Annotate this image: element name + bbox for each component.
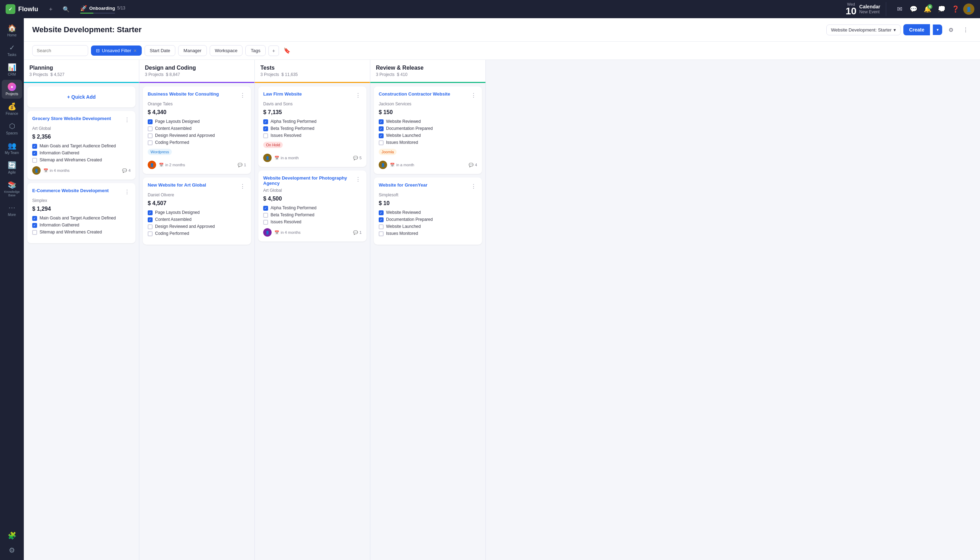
card-photography-menu-icon[interactable]: ⋮ xyxy=(355,175,362,183)
task-checkbox[interactable]: ✓ xyxy=(32,216,37,221)
sidebar-item-finance[interactable]: 💰 Finance xyxy=(2,99,22,118)
task-checkbox[interactable]: ✓ xyxy=(148,210,153,215)
sidebar-item-projects[interactable]: ● Projects xyxy=(2,80,22,99)
filter-clear-icon[interactable]: ✕ xyxy=(133,48,137,53)
card-lawfirm-menu-icon[interactable]: ⋮ xyxy=(355,92,362,99)
card-greenyear-tasks: ✓ Website Reviewed ✓ Documentation Prepa… xyxy=(379,210,477,236)
app-logo[interactable]: ✓ Flowlu xyxy=(6,4,38,14)
task-checkbox[interactable] xyxy=(263,133,268,138)
task-checkbox[interactable] xyxy=(379,140,383,145)
task-checkbox[interactable]: ✓ xyxy=(263,127,268,131)
create-button[interactable]: Create xyxy=(903,24,930,35)
filter-start-date[interactable]: Start Date xyxy=(145,45,176,56)
task-checkbox[interactable]: ✓ xyxy=(148,217,153,222)
calendar-widget[interactable]: Wed 10 Calendar New Event xyxy=(846,2,886,16)
task-checkbox[interactable]: ✓ xyxy=(148,119,153,124)
add-filter-button[interactable]: + xyxy=(268,45,279,56)
quick-add-button[interactable]: + Quick Add xyxy=(64,92,99,103)
task-checkbox[interactable]: ✓ xyxy=(379,127,383,131)
filter-workspace[interactable]: Workspace xyxy=(210,45,243,56)
sidebar-item-more[interactable]: ⋯ More xyxy=(2,200,22,220)
calendar-sub: New Event xyxy=(859,10,880,14)
card-photography-company: Art Global xyxy=(263,188,362,193)
create-dropdown-button[interactable]: ▾ xyxy=(933,25,942,35)
task-checkbox[interactable] xyxy=(32,230,37,235)
column-tests-meta: 3 Projects $ 11,635 xyxy=(260,72,298,77)
search-input[interactable] xyxy=(32,45,88,56)
sidebar-item-tasks[interactable]: ✓ Tasks xyxy=(2,41,22,60)
card-greenyear-amount: $ 10 xyxy=(379,200,477,207)
calendar-icon: 📅 xyxy=(274,156,279,160)
card-footer-left: 👤 📅 in 4 months xyxy=(263,228,301,237)
sidebar-item-knowledge[interactable]: 📚 Knowledge Base xyxy=(2,178,22,200)
card-ecommerce-tasks: ✓ Main Goals and Target Audience Defined… xyxy=(32,216,130,235)
card-business-amount: $ 4,340 xyxy=(148,109,246,115)
task-checkbox[interactable] xyxy=(148,224,153,229)
sidebar-item-crm[interactable]: 📊 CRM xyxy=(2,60,22,79)
filter-manager[interactable]: Manager xyxy=(178,45,207,56)
card-lawfirm-title[interactable]: Law Firm Website xyxy=(263,92,355,97)
sidebar-item-plugin[interactable]: 🧩 xyxy=(2,528,22,542)
task-item: ✓ Documentation Prepared xyxy=(379,217,477,222)
card-greenyear-menu-icon[interactable]: ⋮ xyxy=(470,182,477,190)
sidebar-item-spaces[interactable]: ⬡ Spaces xyxy=(2,119,22,138)
task-checkbox[interactable] xyxy=(148,127,153,131)
task-checkbox[interactable] xyxy=(32,158,37,163)
task-checkbox[interactable] xyxy=(148,133,153,138)
card-ecommerce-title[interactable]: E-Commerce Website Development xyxy=(32,188,123,193)
myteam-icon: 👥 xyxy=(8,142,17,150)
task-checkbox[interactable]: ✓ xyxy=(32,223,37,228)
filter-button[interactable]: ⊟ Unsaved Filter ✕ xyxy=(91,45,142,56)
sidebar-item-home[interactable]: 🏠 Home xyxy=(2,21,22,40)
task-checkbox[interactable]: ✓ xyxy=(379,217,383,222)
card-ecommerce-header: E-Commerce Website Development ⋮ xyxy=(32,188,130,196)
help-icon-btn[interactable]: ❓ xyxy=(949,3,962,15)
message-icon-btn[interactable]: 💭 xyxy=(935,3,948,15)
mail-icon-btn[interactable]: ✉ xyxy=(893,3,906,15)
card-newart-tasks: ✓ Page Layouts Designed ✓ Content Assemb… xyxy=(148,210,246,236)
task-checkbox[interactable]: ✓ xyxy=(32,144,37,149)
task-checkbox[interactable]: ✓ xyxy=(32,151,37,156)
task-label: Issues Resolved xyxy=(270,133,302,138)
task-checkbox[interactable] xyxy=(263,213,268,218)
card-grocery-menu-icon[interactable]: ⋮ xyxy=(123,116,130,124)
column-tests-title: Tests xyxy=(260,65,275,71)
task-checkbox[interactable]: ✓ xyxy=(263,119,268,124)
card-ecommerce-menu-icon[interactable]: ⋮ xyxy=(123,188,130,196)
card-photography-title[interactable]: Website Development for Photography Agen… xyxy=(263,175,355,186)
card-newart-menu-icon[interactable]: ⋮ xyxy=(239,182,246,190)
project-selector[interactable]: Website Development: Starter ▾ xyxy=(827,25,900,35)
card-greenyear-title[interactable]: Website for GreenYear xyxy=(379,182,470,188)
add-button[interactable]: ＋ xyxy=(45,3,57,15)
onboarding-widget[interactable]: 🚀 Onboarding 5/13 xyxy=(80,5,125,13)
card-business-title[interactable]: Business Website for Consulting xyxy=(148,92,239,97)
task-checkbox[interactable] xyxy=(148,232,153,236)
tests-cards: Law Firm Website ⋮ Davis and Sons $ 7,13… xyxy=(255,83,370,560)
task-checkbox[interactable]: ✓ xyxy=(379,133,383,138)
sidebar-item-myteam[interactable]: 👥 My Team xyxy=(2,138,22,158)
search-button[interactable]: 🔍 xyxy=(60,3,72,15)
task-checkbox[interactable] xyxy=(148,140,153,145)
sidebar-item-settings[interactable]: ⚙ xyxy=(2,543,22,557)
chat-icon-btn[interactable]: 💬 xyxy=(907,3,920,15)
task-checkbox[interactable] xyxy=(379,232,383,236)
task-checkbox[interactable] xyxy=(263,220,268,225)
card-business-menu-icon[interactable]: ⋮ xyxy=(239,92,246,99)
task-checkbox[interactable] xyxy=(379,224,383,229)
user-avatar[interactable]: 👤 xyxy=(963,3,974,15)
card-newart-title[interactable]: New Website for Art Global xyxy=(148,182,239,188)
card-contractor-menu-icon[interactable]: ⋮ xyxy=(470,92,477,99)
task-checkbox[interactable]: ✓ xyxy=(379,210,383,215)
sidebar-item-agile[interactable]: 🔄 Agile xyxy=(2,158,22,177)
notification-icon-btn[interactable]: 🔔 6 xyxy=(921,3,934,15)
finance-icon: 💰 xyxy=(8,102,17,111)
bookmark-icon[interactable]: 🔖 xyxy=(282,45,292,56)
card-contractor-date: 📅 in a month xyxy=(390,163,414,167)
task-checkbox[interactable]: ✓ xyxy=(263,206,268,211)
more-options-icon[interactable]: ⋮ xyxy=(960,24,972,36)
task-checkbox[interactable]: ✓ xyxy=(379,119,383,124)
card-grocery-title[interactable]: Grocery Store Website Development xyxy=(32,116,123,121)
filter-tags[interactable]: Tags xyxy=(245,45,265,56)
card-contractor-title[interactable]: Construction Contractor Website xyxy=(379,92,470,97)
settings-gear-icon[interactable]: ⚙ xyxy=(945,24,957,36)
